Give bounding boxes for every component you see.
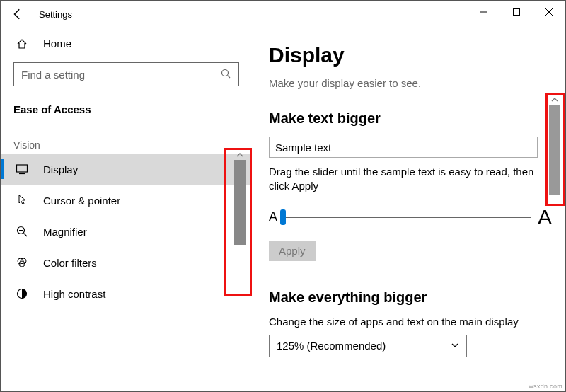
- scroll-up-arrow-icon[interactable]: [234, 150, 246, 160]
- sample-text-box: Sample text: [269, 137, 538, 158]
- window-title: Settings: [39, 9, 72, 20]
- search-icon: [220, 68, 231, 81]
- search-input[interactable]: Find a setting: [13, 62, 239, 86]
- sidebar-item-colorfilters[interactable]: Color filters: [1, 247, 252, 278]
- minimize-button[interactable]: [468, 1, 500, 23]
- sidebar-item-highcontrast[interactable]: High contrast: [1, 278, 252, 309]
- svg-line-9: [24, 234, 28, 237]
- svg-rect-1: [514, 9, 520, 16]
- scale-dropdown[interactable]: 125% (Recommended): [269, 335, 467, 357]
- slider-max-label: A: [538, 205, 552, 229]
- sidebar-item-label: Color filters: [43, 257, 97, 269]
- colorfilters-icon: [15, 256, 29, 269]
- sidebar-item-display[interactable]: Display: [1, 154, 252, 185]
- svg-rect-6: [17, 165, 28, 172]
- slider-track[interactable]: [283, 217, 531, 218]
- home-label: Home: [43, 38, 71, 50]
- slider-min-label: A: [269, 209, 277, 224]
- apply-button[interactable]: Apply: [269, 241, 316, 261]
- search-placeholder: Find a setting: [21, 69, 85, 81]
- cursor-icon: [15, 194, 29, 207]
- home-icon: [15, 38, 29, 50]
- dropdown-value: 125% (Recommended): [277, 340, 386, 352]
- sidebar-item-magnifier[interactable]: Magnifier: [1, 216, 252, 247]
- sidebar-item-label: Magnifier: [43, 226, 87, 238]
- page-title: Display: [269, 43, 541, 67]
- annotation-main-scrollbar: [545, 93, 565, 206]
- highcontrast-icon: [15, 287, 29, 300]
- text-size-slider[interactable]: A A: [269, 205, 552, 229]
- sidebar: Home Find a setting Ease of Access Visio…: [1, 28, 252, 391]
- close-button[interactable]: [533, 1, 565, 23]
- page-subtitle: Make your display easier to see.: [269, 77, 541, 89]
- section-make-everything-bigger: Make everything bigger: [269, 289, 541, 306]
- scrollbar-thumb[interactable]: [549, 105, 560, 195]
- section-make-text-bigger: Make text bigger: [269, 110, 541, 127]
- main-content: Display Make your display easier to see.…: [252, 28, 565, 391]
- scroll-up-arrow-icon[interactable]: [549, 95, 560, 105]
- home-link[interactable]: Home: [1, 30, 252, 57]
- magnifier-icon: [15, 225, 29, 238]
- group-label: Vision: [1, 120, 252, 154]
- category-heading: Ease of Access: [1, 93, 252, 120]
- sidebar-item-label: Display: [43, 163, 78, 175]
- apply-label: Apply: [279, 245, 306, 257]
- sidebar-item-label: High contrast: [43, 288, 105, 300]
- sidebar-item-label: Cursor & pointer: [43, 195, 120, 207]
- maximize-button[interactable]: [500, 1, 533, 23]
- svg-line-5: [228, 75, 231, 78]
- slider-thumb[interactable]: [280, 209, 286, 225]
- annotation-sidebar-scrollbar: [224, 148, 252, 296]
- window-controls: [468, 1, 565, 23]
- back-button[interactable]: [9, 8, 26, 21]
- svg-point-4: [222, 69, 229, 76]
- scrollbar-thumb[interactable]: [234, 160, 246, 245]
- sidebar-item-cursor[interactable]: Cursor & pointer: [1, 185, 252, 216]
- section2-desc: Change the size of apps and text on the …: [269, 316, 541, 328]
- chevron-down-icon: [451, 340, 459, 352]
- display-icon: [15, 163, 29, 175]
- titlebar: Settings: [1, 1, 565, 28]
- sample-text: Sample text: [275, 142, 331, 154]
- slider-instruction: Drag the slider until the sample text is…: [269, 165, 541, 194]
- watermark: wsxdn.com: [529, 383, 562, 390]
